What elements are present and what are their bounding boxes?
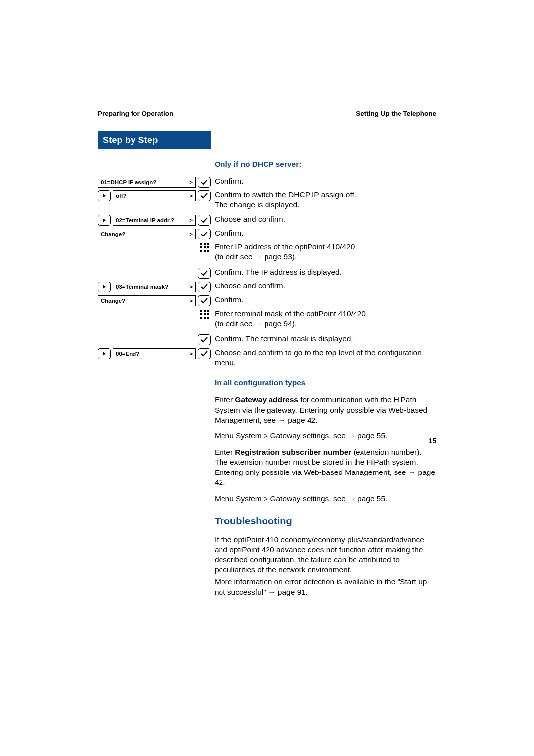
confirm-icon bbox=[198, 190, 211, 201]
nav-arrow-icon bbox=[98, 348, 111, 359]
section-dhcp-heading: Only if no DHCP server: bbox=[215, 159, 436, 169]
confirm-icon bbox=[198, 268, 211, 279]
svg-rect-1 bbox=[204, 243, 206, 245]
instr-choose-confirm: Choose and confirm. bbox=[215, 282, 285, 290]
troubleshooting-p2: More information on error detection is a… bbox=[215, 577, 436, 597]
confirm-icon bbox=[198, 334, 211, 345]
keypad-icon bbox=[199, 242, 211, 254]
svg-rect-12 bbox=[200, 313, 202, 315]
instr-confirm: Confirm. bbox=[215, 229, 244, 237]
registration-number-text: Enter Registration subscriber number (ex… bbox=[215, 447, 436, 488]
confirm-icon bbox=[198, 348, 211, 359]
nav-arrow-icon bbox=[98, 190, 111, 201]
svg-rect-3 bbox=[200, 246, 202, 248]
keypad-icon bbox=[199, 309, 211, 321]
page-number: 15 bbox=[428, 437, 436, 445]
svg-rect-7 bbox=[204, 250, 206, 252]
display-dhcp-assign: 01=DHCP IP assign?> bbox=[98, 177, 196, 188]
svg-rect-13 bbox=[204, 313, 206, 315]
confirm-icon bbox=[198, 295, 211, 306]
header-right: Setting Up the Telephone bbox=[356, 110, 436, 117]
display-terminal-mask: 03=Terminal mask?> bbox=[113, 282, 196, 292]
instr-mask-displayed: Confirm. The terminal mask is displayed. bbox=[215, 334, 353, 343]
confirm-icon bbox=[198, 215, 211, 226]
page-header: Preparing for Operation Setting Up the T… bbox=[98, 110, 436, 117]
svg-rect-2 bbox=[207, 243, 209, 245]
instr-enter-ip: Enter IP address of the optiPoint 410/42… bbox=[211, 242, 436, 262]
display-off: off?> bbox=[113, 190, 196, 201]
menu-gateway-2: Menu System > Gateway settings, see → pa… bbox=[215, 494, 436, 504]
svg-rect-6 bbox=[200, 250, 202, 252]
nav-arrow-icon bbox=[98, 215, 111, 226]
instr-confirm: Confirm. bbox=[215, 295, 244, 304]
svg-rect-17 bbox=[207, 317, 209, 319]
instr-enter-mask: Enter terminal mask of the optiPoint 410… bbox=[211, 309, 436, 329]
display-change: Change?> bbox=[98, 229, 196, 239]
display-terminal-ip: 02=Terminal IP addr.?> bbox=[113, 215, 196, 226]
display-end: 00=End?> bbox=[113, 348, 196, 359]
instr-choose-confirm: Choose and confirm. bbox=[215, 215, 285, 223]
instr-end: Choose and confirm to go to the top leve… bbox=[215, 348, 422, 367]
instr-ip-displayed: Confirm. The IP address is displayed. bbox=[215, 268, 342, 276]
confirm-icon bbox=[198, 177, 211, 188]
gateway-address-text: Enter Gateway address for communication … bbox=[215, 395, 436, 425]
menu-gateway-1: Menu System > Gateway settings, see → pa… bbox=[215, 431, 436, 441]
svg-rect-9 bbox=[200, 310, 202, 312]
svg-rect-16 bbox=[204, 317, 206, 319]
section-config-types-heading: In all configuration types bbox=[215, 378, 436, 388]
instr-confirm: Confirm. bbox=[215, 177, 244, 185]
troubleshooting-heading: Troubleshooting bbox=[215, 515, 436, 527]
svg-rect-11 bbox=[207, 310, 209, 312]
troubleshooting-p1: If the optiPoint 410 economy/economy plu… bbox=[215, 535, 436, 575]
svg-rect-10 bbox=[204, 310, 206, 312]
header-left: Preparing for Operation bbox=[98, 110, 173, 117]
svg-rect-4 bbox=[204, 246, 206, 248]
step-by-step-title: Step by Step bbox=[98, 131, 211, 149]
confirm-icon bbox=[198, 282, 211, 292]
confirm-icon bbox=[198, 229, 211, 239]
svg-rect-14 bbox=[207, 313, 209, 315]
nav-arrow-icon bbox=[98, 282, 111, 292]
svg-rect-5 bbox=[207, 246, 209, 248]
svg-rect-8 bbox=[207, 250, 209, 252]
svg-rect-15 bbox=[200, 317, 202, 319]
svg-rect-0 bbox=[200, 243, 202, 245]
display-change: Change?> bbox=[98, 295, 196, 306]
instr-switch-off: Confirm to switch the DHCP IP assign off… bbox=[211, 190, 436, 210]
